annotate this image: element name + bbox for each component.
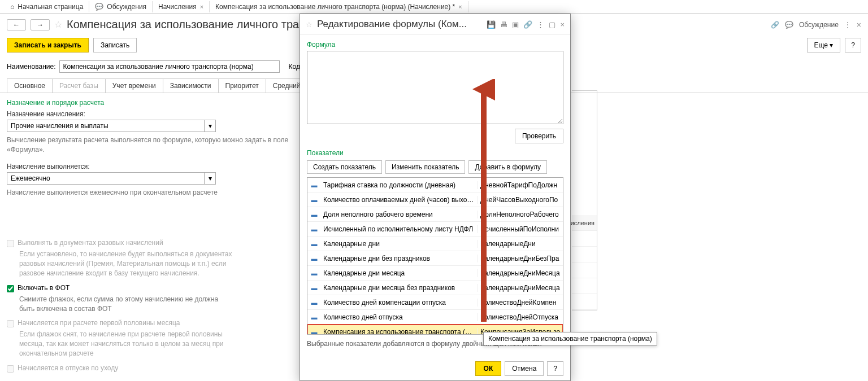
tab-home[interactable]: ⌂Начальная страница	[5, 1, 89, 12]
tab-main[interactable]: Основное	[7, 78, 53, 93]
formula-modal: ☆ Редактирование формулы (Ком... 💾 🖶 ▣ 🔗…	[300, 14, 571, 381]
cb-single-docs-input	[7, 240, 14, 247]
top-tabs: ⌂Начальная страница 💬Обсуждения Начислен…	[0, 0, 868, 14]
tab-discuss[interactable]: 💬Обсуждения	[89, 1, 153, 12]
assign-select[interactable]	[7, 120, 205, 132]
menu-dots-icon[interactable]: ⋮	[844, 21, 851, 29]
link-icon[interactable]: 🔗	[523, 20, 532, 29]
cb-fot-input[interactable]	[7, 285, 14, 292]
print-icon[interactable]: 🖶	[500, 20, 507, 29]
indicator-row[interactable]: ▬ Количество оплачиваемых дней (часов) в…	[307, 192, 563, 207]
dropdown-button[interactable]: ▾	[205, 172, 216, 185]
tab-compensation[interactable]: Компенсация за использование личного тра…	[210, 1, 468, 12]
indicator-row[interactable]: ▬ Доля неполного рабочего времени ДоляНе…	[307, 207, 563, 222]
indicator-name: Компенсация за использование транспорта …	[321, 328, 478, 335]
cb-first-half: Начисляется при расчете первой половины …	[7, 319, 293, 327]
assign-label: Назначение начисления:	[7, 110, 293, 118]
cb1-help: Если установлено, то начисление будет вы…	[19, 249, 234, 278]
cb-first-half-input	[7, 320, 14, 327]
star-icon[interactable]: ☆	[306, 20, 313, 29]
indicator-icon: ▬	[307, 240, 321, 247]
menu-dots-icon[interactable]: ⋮	[537, 20, 544, 29]
star-icon[interactable]: ☆	[54, 19, 62, 30]
modal-footer: ОК Отмена ?	[300, 357, 570, 380]
discuss-icon: 💬	[95, 3, 103, 11]
indicator-code: КалендарныеДниБезПра	[478, 255, 563, 262]
tab-base: Расчет базы	[52, 78, 106, 93]
indicator-row[interactable]: ▬ Исчисленный по исполнительному листу Н…	[307, 222, 563, 237]
indicator-name: Календарные дни без праздников	[321, 255, 478, 262]
cb-label: Включать в ФОТ	[18, 284, 70, 292]
indicator-row[interactable]: ▬ Календарные дни месяца КалендарныеДниМ…	[307, 266, 563, 281]
tab-accruals[interactable]: Начисления×	[153, 1, 210, 12]
cancel-button[interactable]: Отмена	[505, 361, 544, 376]
indicator-row[interactable]: ▬ Календарные дни КалендарныеДни	[307, 237, 563, 251]
edit-indicator-button[interactable]: Изменить показатель	[385, 160, 466, 174]
indicator-name: Тарифная ставка по должности (дневная)	[321, 181, 478, 189]
name-label: Наименование:	[7, 63, 56, 71]
indicator-row[interactable]: ▬ Количество дней отпуска КоличествоДней…	[307, 310, 563, 325]
cb-fot[interactable]: Включать в ФОТ	[7, 284, 293, 292]
left-content: Назначение и порядок расчета Назначение …	[0, 93, 300, 380]
indicator-code: ИсчисленныйПоИсполни	[478, 225, 563, 233]
close-icon[interactable]: ×	[458, 3, 462, 10]
indicator-icon: ▬	[307, 270, 321, 277]
exec-help: Начисление выполняется ежемесячно при ок…	[7, 188, 293, 198]
add-to-formula-button[interactable]: Добавить в формулу	[468, 160, 546, 174]
more-button[interactable]: Еще ▾	[807, 38, 841, 52]
nav-forward-button[interactable]: →	[31, 19, 50, 30]
modal-title-bar: ☆ Редактирование формулы (Ком... 💾 🖶 ▣ 🔗…	[300, 14, 570, 35]
exec-select[interactable]	[7, 172, 205, 185]
indicator-code: ДневнойТарифПоДолжн	[478, 181, 563, 189]
discuss-icon[interactable]: 💬	[785, 21, 793, 29]
indicator-name: Количество оплачиваемых дней (часов) вых…	[321, 196, 478, 204]
close-icon[interactable]: ×	[560, 20, 565, 29]
tab-time[interactable]: Учет времени	[105, 78, 163, 93]
cb-label: Начисляется в отпуске по уходу	[18, 364, 118, 372]
indicator-row[interactable]: ▬ Календарные дни месяца без праздников …	[307, 281, 563, 295]
report-icon[interactable]: ▣	[512, 20, 519, 29]
indicator-name: Календарные дни месяца	[321, 269, 478, 277]
save-close-button[interactable]: Записать и закрыть	[7, 38, 89, 52]
save-button[interactable]: Записать	[93, 38, 137, 52]
name-input[interactable]	[59, 60, 280, 73]
maximize-icon[interactable]: ▢	[549, 20, 555, 29]
indicators-table[interactable]: ▬ Тарифная ставка по должности (дневная)…	[307, 177, 563, 335]
help-button[interactable]: ?	[547, 361, 563, 376]
indicator-code: ДоляНеполногоРабочего	[478, 211, 563, 218]
right-panel-edge: начисления	[572, 90, 597, 310]
close-icon[interactable]: ×	[857, 20, 861, 29]
indicator-row[interactable]: ▬ Количество дней компенсации отпуска Ко…	[307, 295, 563, 310]
indicator-code: ДнейЧасовВыходногоПо	[478, 196, 563, 204]
indicator-row[interactable]: ▬ Тарифная ставка по должности (дневная)…	[307, 178, 563, 192]
formula-input[interactable]	[307, 51, 563, 124]
nav-back-button[interactable]: ←	[7, 19, 26, 30]
cb-label: Выполнять в документах разовых начислени…	[18, 239, 163, 247]
tab-priority[interactable]: Приоритет	[218, 78, 266, 93]
modal-title: Редактирование формулы (Ком...	[317, 19, 482, 30]
indicator-name: Количество дней компенсации отпуска	[321, 299, 478, 306]
tab-accruals-label: Начисления	[158, 3, 197, 11]
indicator-icon: ▬	[307, 255, 321, 262]
save-icon[interactable]: 💾	[487, 20, 496, 29]
cb-single-docs: Выполнять в документах разовых начислени…	[7, 239, 293, 247]
indicator-row[interactable]: ▬ Календарные дни без праздников Календа…	[307, 251, 563, 266]
indicators-label: Показатели	[307, 149, 563, 157]
tooltip: Компенсация за использование транспорта …	[483, 332, 657, 345]
indicator-icon: ▬	[307, 299, 321, 306]
close-icon[interactable]: ×	[200, 3, 203, 10]
indicator-code: КалендарныеДни	[478, 240, 563, 248]
tab-discuss-label: Обсуждения	[107, 3, 146, 11]
help-button[interactable]: ?	[845, 38, 861, 52]
link-icon[interactable]: 🔗	[771, 21, 779, 29]
dropdown-button[interactable]: ▾	[205, 120, 216, 132]
check-button[interactable]: Проверить	[515, 129, 563, 143]
indicator-icon: ▬	[307, 211, 321, 218]
ok-button[interactable]: ОК	[475, 361, 502, 376]
create-indicator-button[interactable]: Создать показатель	[307, 160, 382, 174]
assign-help: Вычисление результата расчета выполняетс…	[7, 135, 293, 155]
indicator-code: КалендарныеДниМесяца	[478, 284, 563, 292]
discuss-link[interactable]: Обсуждение	[799, 21, 839, 29]
indicator-name: Календарные дни месяца без праздников	[321, 284, 478, 292]
tab-deps[interactable]: Зависимости	[163, 78, 219, 93]
